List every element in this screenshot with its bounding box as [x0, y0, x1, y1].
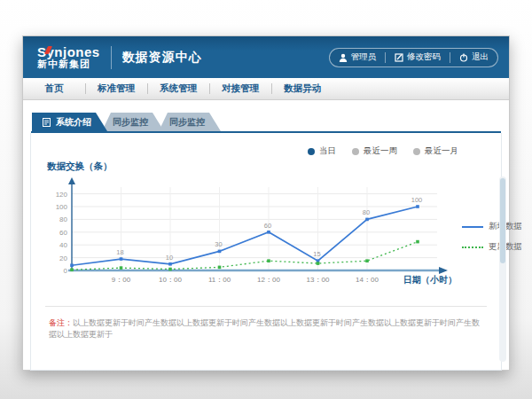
time-range-filter: 当日 最近一周 最近一月 — [36, 140, 496, 159]
svg-text:20: 20 — [59, 254, 67, 262]
tab-label: 同步监控 — [169, 116, 205, 129]
svg-text:0: 0 — [64, 267, 68, 275]
header-divider — [111, 46, 112, 69]
nav-item-system-mgmt[interactable]: 系统管理 — [147, 78, 209, 99]
document-icon — [43, 118, 51, 127]
scrollbar-thumb[interactable] — [500, 178, 505, 263]
svg-text:14：00: 14：00 — [356, 276, 379, 284]
svg-text:120: 120 — [56, 191, 68, 199]
svg-text:100: 100 — [411, 196, 423, 204]
main-nav: 首页 标准管理 系统管理 对接管理 数据异动 — [23, 78, 509, 100]
tab-label: 系统介绍 — [56, 116, 91, 129]
svg-text:60: 60 — [59, 229, 67, 237]
change-password-label: 修改密码 — [407, 51, 441, 63]
user-name-label: 管理员 — [351, 51, 377, 63]
svg-text:10：00: 10：00 — [159, 276, 182, 284]
svg-text:30: 30 — [215, 240, 222, 248]
radio-label: 最近一周 — [364, 145, 397, 157]
svg-text:11：00: 11：00 — [208, 276, 231, 284]
user-toolbar: 管理员 修改密码 退出 — [329, 48, 499, 67]
solid-line-icon — [462, 226, 483, 228]
footnote-prefix: 备注： — [49, 318, 73, 327]
tab-sync-monitor-2[interactable]: 同步监控 — [159, 113, 221, 131]
svg-text:9：00: 9：00 — [112, 276, 131, 284]
scrollbar-track — [499, 176, 506, 362]
tab-sync-monitor-1[interactable]: 同步监控 — [102, 113, 164, 131]
radio-last-month[interactable]: 最近一月 — [413, 145, 458, 157]
radio-label: 最近一月 — [425, 145, 458, 157]
svg-text:40: 40 — [59, 241, 67, 249]
svg-text:100: 100 — [56, 203, 68, 211]
footnote: 备注：以上数据更新于时间产生数据以上数据更新于时间产生数据以上数据更新于时间产生… — [36, 307, 496, 340]
svg-text:18: 18 — [116, 248, 123, 256]
tab-label: 同步监控 — [113, 116, 148, 129]
content-area: 系统介绍 同步监控 同步监控 当日 最近一周 — [23, 100, 509, 371]
power-icon — [459, 53, 468, 62]
radio-icon — [413, 148, 420, 155]
svg-text:日期（小时）: 日期（小时） — [403, 275, 457, 285]
nav-item-interface-mgmt[interactable]: 对接管理 — [209, 78, 271, 99]
y-axis-title: 数据交换（条） — [47, 160, 496, 173]
svg-text:80: 80 — [59, 215, 67, 223]
app-header: Synjones 新中新集团 数据资源中心 管理员 修改密码 — [23, 36, 509, 78]
chart-panel: 当日 最近一周 最近一月 数据交换（条） 0204060801001209：00… — [30, 133, 502, 371]
radio-label: 当日 — [319, 145, 336, 157]
svg-text:10: 10 — [166, 254, 173, 262]
tab-bar: 系统介绍 同步监控 同步监控 — [30, 113, 502, 131]
company-logo: Synjones 新中新集团 — [34, 45, 100, 69]
logout-button[interactable]: 退出 — [450, 49, 497, 66]
nav-item-home[interactable]: 首页 — [23, 78, 85, 99]
current-user-button[interactable]: 管理员 — [330, 49, 386, 66]
app-window: Synjones 新中新集团 数据资源中心 管理员 修改密码 — [22, 35, 510, 371]
radio-selected-icon — [308, 148, 315, 155]
logo-subtext: 新中新集团 — [37, 59, 100, 70]
legend-updated-data[interactable]: 更新数据 — [462, 241, 522, 253]
svg-text:80: 80 — [363, 208, 370, 216]
radio-today[interactable]: 当日 — [308, 145, 336, 157]
svg-text:15: 15 — [313, 250, 320, 258]
svg-text:60: 60 — [264, 222, 271, 230]
logout-label: 退出 — [472, 51, 489, 63]
user-icon — [339, 53, 348, 62]
nav-item-standard-mgmt[interactable]: 标准管理 — [85, 78, 147, 99]
page-title: 数据资源中心 — [122, 50, 202, 66]
edit-icon — [395, 53, 403, 62]
svg-text:12：00: 12：00 — [257, 276, 280, 284]
legend-new-data[interactable]: 新增数据 — [462, 221, 522, 232]
nav-item-data-changes[interactable]: 数据异动 — [271, 78, 333, 99]
radio-icon — [352, 148, 359, 155]
line-chart: 0204060801001209：0010：0011：0012：0013：001… — [42, 175, 460, 297]
dotted-line-icon — [462, 246, 483, 248]
change-password-button[interactable]: 修改密码 — [386, 49, 450, 66]
chart-legend: 新增数据 更新数据 — [462, 221, 522, 253]
tab-system-intro[interactable]: 系统介绍 — [32, 113, 107, 131]
svg-text:13：00: 13：00 — [307, 276, 330, 284]
footnote-text: 以上数据更新于时间产生数据以上数据更新于时间产生数据以上数据更新于时间产生数据以… — [49, 318, 480, 339]
radio-last-week[interactable]: 最近一周 — [352, 145, 397, 157]
chart-row: 0204060801001209：0010：0011：0012：0013：001… — [36, 175, 496, 297]
